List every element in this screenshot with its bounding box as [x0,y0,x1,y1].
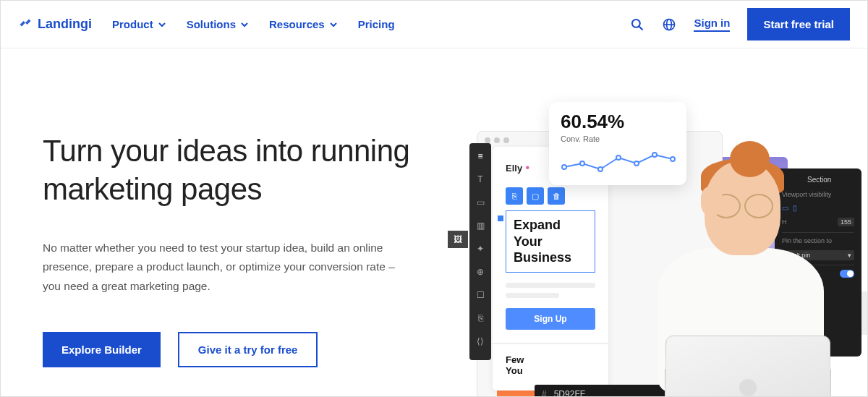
brand-text: Landingi [38,17,92,32]
explore-builder-button[interactable]: Explore Builder [43,332,161,367]
nav-product-label: Product [112,18,153,30]
start-free-trial-button[interactable]: Start free trial [747,8,850,40]
main-nav: Product Solutions Resources Pricing [112,18,395,30]
hero-title: Turn your ideas into running marketing p… [43,132,433,208]
mockup-headline: Expand Your Business [514,217,587,266]
person-illustration [629,147,846,397]
laptop-icon [664,336,833,397]
logo-icon [18,17,33,32]
svg-point-0 [632,19,640,27]
svg-line-1 [639,26,643,30]
tool-plus-icon[interactable]: ⊕ [475,266,486,278]
mockup-story-suffix: You [506,365,595,376]
tool-image-icon[interactable]: ▥ [475,220,486,231]
try-free-button[interactable]: Give it a try for free [178,332,318,367]
svg-point-7 [598,167,603,171]
header: Landingi Product Solutions Resources Pri… [1,1,867,48]
nav-pricing[interactable]: Pricing [358,18,395,30]
hero-illustration: 60.54% Conv. Rate ≡ T ▭ ▥ ✦ ⊕ ☐ ⎘ ⟨⟩ 🖼 [462,96,867,397]
delete-icon[interactable]: 🗑 [548,187,565,205]
tool-shape-icon[interactable]: ▭ [475,197,486,208]
header-left: Landingi Product Solutions Resources Pri… [18,17,395,32]
hex-value: 5D92FF [554,389,585,397]
nav-solutions[interactable]: Solutions [187,18,249,30]
tool-frame-icon[interactable]: ☐ [475,289,486,301]
chevron-down-icon [158,20,166,29]
duplicate-icon[interactable]: ▢ [527,187,544,205]
tool-link-icon[interactable]: ⎘ [475,312,486,324]
hero-text: Turn your ideas into running marketing p… [43,48,433,396]
tool-settings-icon[interactable]: ✦ [475,243,486,255]
tool-layers-icon[interactable]: ≡ [475,150,486,162]
hero-buttons: Explore Builder Give it a try for free [43,332,433,367]
tool-code-icon[interactable]: ⟨⟩ [475,336,486,347]
tool-text-icon[interactable]: T [475,174,486,185]
editor-toolbar: ≡ T ▭ ▥ ✦ ⊕ ☐ ⎘ ⟨⟩ [469,143,491,360]
mockup-separator [493,343,608,344]
chevron-down-icon [240,20,249,29]
conversion-value: 60.54% [561,111,675,133]
hero: Turn your ideas into running marketing p… [1,48,867,396]
tool-image-flyout-icon[interactable]: 🖼 [448,231,468,248]
chevron-down-icon: ▾ [848,252,851,259]
chevron-down-icon [329,20,338,29]
header-right: Sign in Start free trial [630,8,850,40]
mockup-headline-selection[interactable]: Expand Your Business [506,210,595,273]
logo[interactable]: Landingi [18,17,92,32]
mockup-brand-dot: • [526,161,530,174]
nav-resources-label: Resources [269,18,325,30]
svg-point-5 [562,165,566,169]
nav-product[interactable]: Product [112,18,166,30]
mockup-story-prefix: Few [506,354,595,365]
hash-icon: # [542,389,547,397]
svg-point-8 [616,155,621,160]
hero-subtitle: No matter whether you need to test your … [43,239,404,296]
svg-point-6 [580,161,584,166]
globe-icon[interactable] [662,17,676,32]
nav-pricing-label: Pricing [358,18,395,30]
mockup-paragraph-placeholder [506,283,595,298]
nav-resources[interactable]: Resources [269,18,338,30]
search-icon[interactable] [630,17,644,32]
sign-in-link[interactable]: Sign in [694,17,730,32]
nav-solutions-label: Solutions [187,18,236,30]
mockup-actions: ⎘ ▢ 🗑 [506,187,595,205]
mockup-brand-text: Elly [506,163,522,174]
conversion-label: Conv. Rate [561,135,675,143]
copy-icon[interactable]: ⎘ [506,187,523,205]
mockup-signup-button[interactable]: Sign Up [506,308,595,330]
